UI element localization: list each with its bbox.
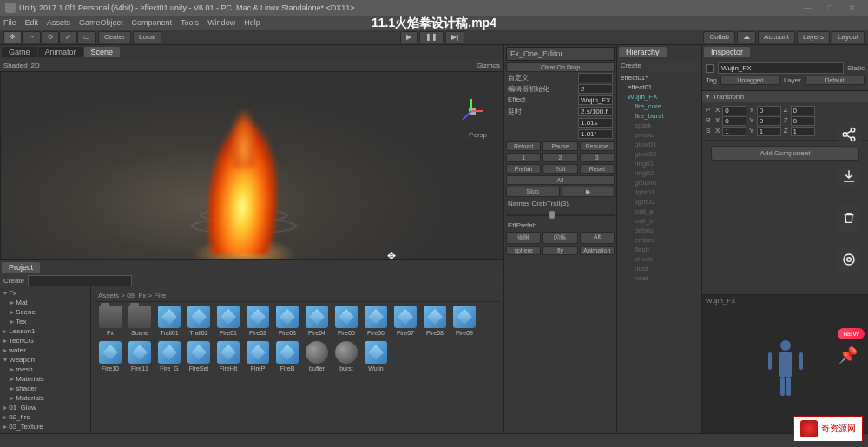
tab-animator[interactable]: Animator <box>38 47 83 57</box>
pin-icon[interactable]: 📌 <box>838 345 858 365</box>
account-dropdown[interactable]: Account <box>758 31 795 43</box>
asset-Fire_G[interactable]: Fire_G <box>157 341 181 371</box>
tree-shader[interactable]: shader <box>2 384 89 393</box>
tree-Scene[interactable]: Scene <box>2 307 89 317</box>
pivot-toggle[interactable]: Center <box>98 31 131 43</box>
hier-smoke[interactable]: smoke <box>619 130 700 140</box>
hier-debris[interactable]: debris <box>619 226 700 235</box>
active-checkbox[interactable] <box>706 64 714 73</box>
asset-Fire08[interactable]: Fire08 <box>423 306 447 336</box>
scl-y[interactable] <box>757 127 781 136</box>
projection-label[interactable]: Persp <box>469 131 487 139</box>
fx-btn-Prefab[interactable]: Prefab <box>506 164 541 174</box>
hier-spark[interactable]: spark <box>619 121 700 130</box>
fx-btn-闪烁[interactable]: 闪烁 <box>542 232 577 244</box>
asset-Fire09[interactable]: Fire09 <box>452 306 477 336</box>
menu-window[interactable]: Window <box>207 18 235 27</box>
hier-fire_core[interactable]: fire_core <box>619 102 700 111</box>
scene-viewport[interactable]: Persp ✥ <box>0 71 503 260</box>
tree-Fx[interactable]: Fx <box>2 288 89 298</box>
cloud-button[interactable]: ☁ <box>737 31 756 43</box>
hier-glow02[interactable]: glow02 <box>619 149 700 159</box>
tool-0[interactable]: ✥ <box>3 31 22 43</box>
asset-Trail02[interactable]: Trail02 <box>187 306 211 336</box>
tag-dropdown[interactable]: Untagged <box>720 76 780 85</box>
rot-x[interactable] <box>722 116 746 126</box>
tree-water[interactable]: water <box>2 345 89 355</box>
project-create[interactable]: Create <box>3 277 24 285</box>
fx-btn-▶[interactable]: ▶ <box>562 187 615 197</box>
hier-effect01*[interactable]: effect01* <box>619 73 700 82</box>
fx-btn-2[interactable]: 2 <box>542 153 577 162</box>
fx-btn-Stop[interactable]: Stop <box>506 187 560 197</box>
layer-dropdown[interactable]: Default <box>805 76 865 85</box>
minimize-button[interactable]: — <box>797 2 818 14</box>
transform-component[interactable]: ▾ Transform <box>702 91 868 102</box>
hierarchy-create[interactable]: Create <box>621 62 641 69</box>
shaded-dropdown[interactable]: Shaded <box>3 62 28 69</box>
maximize-button[interactable]: □ <box>819 2 840 14</box>
asset-Fire01[interactable]: Fire01 <box>216 306 240 336</box>
tab-inspector[interactable]: Inspector <box>704 47 750 57</box>
tool-4[interactable]: ▭ <box>77 31 96 43</box>
project-grid[interactable]: Assets > 09_Fx > Fire FxSceneTrail01Trai… <box>91 286 503 433</box>
hier-Wujin_FX[interactable]: Wujin_FX <box>619 92 700 102</box>
asset-burst[interactable]: burst <box>334 341 358 371</box>
asset-Fire06[interactable]: Fire06 <box>364 306 388 336</box>
menu-assets[interactable]: Assets <box>47 18 70 27</box>
space-toggle[interactable]: Local <box>133 31 161 43</box>
close-button[interactable]: ✕ <box>842 2 863 14</box>
fx-btn-All[interactable]: All <box>506 175 615 185</box>
menu-help[interactable]: Help <box>244 18 260 27</box>
hier-glow01[interactable]: glow01 <box>619 140 700 149</box>
object-name-field[interactable] <box>718 62 844 74</box>
menu-component[interactable]: Component <box>132 18 173 27</box>
step-button[interactable]: ▶| <box>445 31 464 43</box>
hier-shock[interactable]: shock <box>619 254 700 264</box>
hier-light02[interactable]: light02 <box>619 197 700 207</box>
fx-btn-Reset[interactable]: Reset <box>580 164 615 174</box>
tree-Materials[interactable]: Materials <box>2 393 89 403</box>
hier-ground[interactable]: ground <box>619 178 700 187</box>
tree-Lesson1[interactable]: Lesson1 <box>2 326 89 336</box>
scl-x[interactable] <box>722 127 746 136</box>
asset-FireHit[interactable]: FireHit <box>216 341 240 371</box>
hier-ring02[interactable]: ring02 <box>619 168 700 178</box>
tab-project[interactable]: Project <box>2 262 40 273</box>
fx-btn-Pause[interactable]: Pause <box>542 141 577 151</box>
fx-btn-Reload[interactable]: Reload <box>506 141 541 151</box>
asset-Fire05[interactable]: Fire05 <box>334 306 358 336</box>
tree-01_Glow[interactable]: 01_Glow <box>2 403 89 412</box>
pos-y[interactable] <box>757 106 781 115</box>
asset-FireP[interactable]: FireP <box>246 341 270 371</box>
fx-btn-3[interactable]: 3 <box>580 153 615 162</box>
pause-button[interactable]: ❚❚ <box>419 31 444 43</box>
layout-dropdown[interactable]: Layout <box>832 31 865 43</box>
fx-btn-Edit[interactable]: Edit <box>542 164 577 174</box>
menu-file[interactable]: File <box>3 18 16 27</box>
menu-edit[interactable]: Edit <box>25 18 39 27</box>
play-button[interactable]: ▶ <box>400 31 418 43</box>
project-search[interactable] <box>28 275 132 286</box>
menu-tools[interactable]: Tools <box>181 18 199 27</box>
asset-Fx[interactable]: Fx <box>98 306 122 336</box>
asset-Wujin[interactable]: Wujin <box>364 341 388 371</box>
hier-dust[interactable]: dust <box>619 264 700 273</box>
2d-toggle[interactable]: 2D <box>31 62 40 69</box>
fx-btn-Resume[interactable]: Resume <box>580 141 615 151</box>
asset-Fire03[interactable]: Fire03 <box>275 306 299 336</box>
fx-btn-sphere[interactable]: sphere <box>506 246 541 255</box>
hier-flash[interactable]: flash <box>619 245 700 254</box>
asset-FireB[interactable]: FireB <box>275 341 299 371</box>
pos-z[interactable] <box>791 106 815 115</box>
hier-effect01[interactable]: effect01 <box>619 82 700 92</box>
scl-z[interactable] <box>791 127 815 136</box>
asset-Fire11[interactable]: Fire11 <box>128 341 152 371</box>
target-icon[interactable] <box>836 247 862 273</box>
hier-ember[interactable]: ember <box>619 235 700 245</box>
share-icon[interactable] <box>836 122 862 148</box>
tree-Mat[interactable]: Mat <box>2 298 89 307</box>
hier-light01[interactable]: light01 <box>619 187 700 197</box>
asset-Trail01[interactable]: Trail01 <box>157 306 181 336</box>
tree-02_fire[interactable]: 02_fire <box>2 412 89 422</box>
